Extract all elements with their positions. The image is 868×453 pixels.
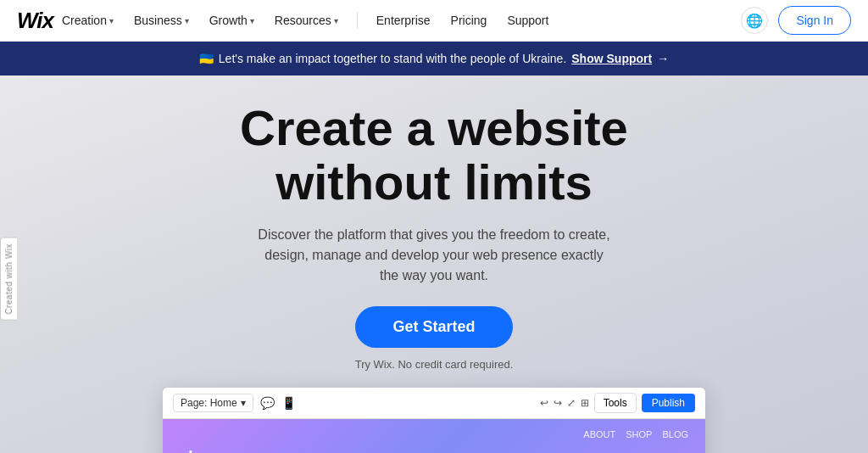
editor-nav-shop: SHOP [626, 429, 652, 439]
page-selector[interactable]: Page: Home ▾ [173, 394, 253, 412]
navbar: Wix Creation ▾ Business ▾ Growth ▾ Resou… [0, 0, 868, 42]
business-chevron-icon: ▾ [185, 16, 189, 25]
banner-arrow-icon: → [657, 52, 669, 65]
globe-icon: 🌐 [746, 13, 763, 29]
tools-button[interactable]: Tools [594, 393, 637, 413]
desktop-preview-icon[interactable]: 📱 [281, 396, 296, 410]
nav-right: 🌐 Sign In [741, 6, 851, 35]
hero-subtitle: Discover the platform that gives you the… [256, 225, 612, 286]
mobile-preview-icon[interactable]: 💬 [260, 396, 275, 410]
nav-item-business[interactable]: Business ▾ [125, 8, 198, 32]
nav-creation-label: Creation [62, 14, 107, 27]
nav-item-pricing[interactable]: Pricing [442, 8, 496, 32]
editor-nav-blog: BLOG [662, 429, 688, 439]
hero-title-line1: Create a website [240, 100, 628, 155]
page-selector-chevron-icon: ▾ [241, 397, 246, 409]
hero-section: Create a website without limits Discover… [0, 76, 868, 453]
nav-business-label: Business [134, 14, 182, 27]
nav-item-enterprise[interactable]: Enterprise [368, 8, 439, 32]
redo-icon[interactable]: ↪ [554, 397, 562, 409]
editor-toolbar: Page: Home ▾ 💬 📱 ↩ ↪ ⤢ ⊞ Tools Publish [163, 388, 705, 419]
created-with-wix-badge: Created with Wix [0, 238, 17, 321]
undo-icon[interactable]: ↩ [540, 397, 548, 409]
nav-support-label: Support [507, 14, 548, 27]
grid-icon[interactable]: ⊞ [581, 397, 589, 409]
creation-chevron-icon: ▾ [109, 16, 114, 25]
nav-growth-label: Growth [209, 14, 248, 27]
growth-chevron-icon: ▾ [250, 16, 254, 25]
editor-site-name: ciao [180, 446, 212, 453]
language-selector-button[interactable]: 🌐 [741, 7, 768, 34]
banner-text: Let's make an impact together to stand w… [219, 52, 566, 65]
get-started-button[interactable]: Get Started [355, 306, 512, 348]
resources-chevron-icon: ▾ [334, 16, 338, 25]
fullscreen-icon[interactable]: ⤢ [567, 397, 576, 409]
hero-title-line2: without limits [275, 154, 593, 210]
ukraine-support-banner: 🇺🇦 Let's make an impact together to stan… [0, 42, 868, 76]
nav-links: Creation ▾ Business ▾ Growth ▾ Resources… [53, 8, 741, 32]
publish-button[interactable]: Publish [642, 394, 695, 412]
nav-item-growth[interactable]: Growth ▾ [201, 8, 263, 32]
wix-logo[interactable]: Wix [17, 8, 53, 34]
nav-item-resources[interactable]: Resources ▾ [266, 8, 347, 32]
sign-in-button[interactable]: Sign In [778, 6, 851, 35]
editor-preview: Page: Home ▾ 💬 📱 ↩ ↪ ⤢ ⊞ Tools Publish c… [163, 388, 705, 453]
nav-enterprise-label: Enterprise [376, 14, 431, 27]
show-support-link[interactable]: Show Support [571, 52, 652, 65]
no-credit-text: Try Wix. No credit card required. [355, 358, 514, 371]
nav-pricing-label: Pricing [451, 14, 487, 27]
nav-item-support[interactable]: Support [498, 8, 557, 32]
editor-nav-links: ABOUT SHOP BLOG [583, 429, 688, 439]
editor-nav-about: ABOUT [583, 429, 615, 439]
editor-canvas: ciao ABOUT SHOP BLOG 👤 🔍 🛒 [163, 419, 705, 453]
page-label: Page: Home [181, 397, 237, 409]
ukraine-flag-icon: 🇺🇦 [199, 52, 214, 65]
nav-resources-label: Resources [275, 14, 331, 27]
nav-item-creation[interactable]: Creation ▾ [53, 8, 122, 32]
hero-title: Create a website without limits [240, 101, 628, 210]
toolbar-actions: ↩ ↪ ⤢ ⊞ Tools Publish [540, 393, 695, 413]
nav-divider [357, 12, 358, 29]
